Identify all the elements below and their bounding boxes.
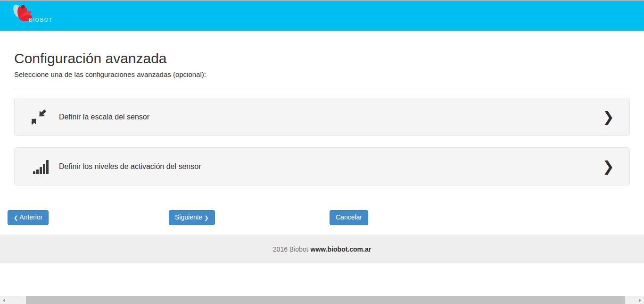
option-label: Definir la escala del sensor [59, 113, 149, 121]
compress-arrows-icon [31, 109, 51, 126]
horizontal-scrollbar[interactable] [0, 296, 644, 304]
triangle-left-icon [3, 298, 5, 302]
scrollbar-thumb[interactable] [26, 296, 625, 304]
page-title: Configuración avanzada [14, 51, 630, 66]
chevron-right-icon: ❯ [603, 110, 614, 124]
next-button-label: Siguiente [175, 213, 202, 221]
option-define-sensor-scale[interactable]: Definir la escala del sensor ❯ [14, 98, 630, 136]
next-button[interactable]: Siguiente ❯ [169, 210, 215, 225]
cancel-button[interactable]: Cancelar [330, 210, 368, 225]
previous-button-label: Anterior [19, 213, 42, 221]
navigation-buttons-row: ❮ Anterior Siguiente ❯ Cancelar [0, 210, 644, 225]
footer-copyright-text: 2016 Biobot [273, 245, 308, 253]
chevron-left-icon: ❮ [14, 215, 18, 221]
chevron-right-icon: ❯ [603, 160, 614, 174]
footer-link[interactable]: www.biobot.com.ar [311, 245, 372, 253]
scrollbar-right-arrow[interactable] [636, 296, 644, 304]
divider [14, 88, 630, 88]
app-header: BIOBOT [0, 1, 644, 31]
main-content: Configuración avanzada Seleccione una de… [0, 51, 644, 186]
scrollbar-left-arrow[interactable] [0, 296, 8, 304]
option-label: Definir los niveles de activación del se… [59, 162, 201, 171]
brand-name: BIOBOT [29, 17, 53, 23]
triangle-right-icon [639, 298, 641, 302]
signal-bars-icon [31, 159, 51, 174]
previous-button[interactable]: ❮ Anterior [8, 210, 49, 225]
biobot-logo-icon [11, 3, 32, 30]
chevron-right-icon: ❯ [204, 215, 208, 221]
cancel-button-label: Cancelar [336, 213, 362, 221]
option-define-activation-levels[interactable]: Definir los niveles de activación del se… [14, 147, 630, 186]
app-footer: 2016 Biobot www.biobot.com.ar [0, 235, 644, 263]
page-subtitle: Seleccione una de las configuraciones av… [14, 70, 630, 78]
